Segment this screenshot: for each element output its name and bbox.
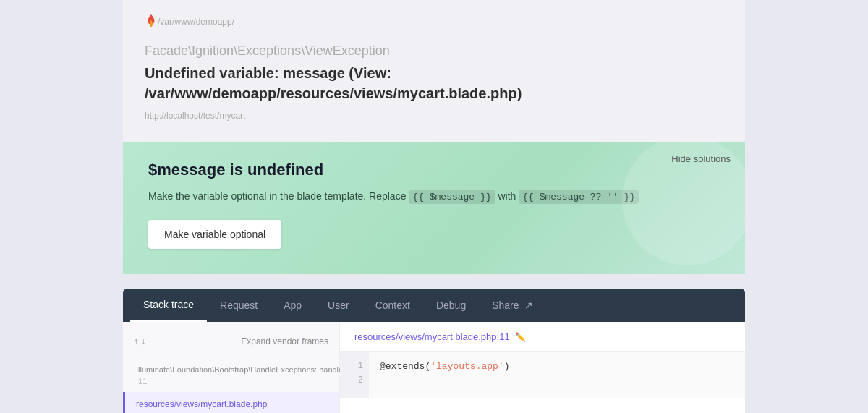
header-file-path: /var/www/demoapp/ xyxy=(158,17,234,27)
code-header: resources/views/mycart.blade.php:11 ✏️ xyxy=(340,322,745,352)
stack-code-panel: resources/views/mycart.blade.php:11 ✏️ 1… xyxy=(340,322,745,413)
code-line-1: @extends('layouts.app') xyxy=(380,359,734,375)
bottom-panel: Stack trace Request App User Context Deb… xyxy=(123,289,745,413)
solution-desc-with: with xyxy=(498,190,519,202)
line-num-1: 1 xyxy=(340,359,369,373)
stack-left-header: ↑ ↓ Expand vendor frames xyxy=(123,333,339,357)
spacer xyxy=(0,274,868,289)
solution-description: Make the variable optional in the blade … xyxy=(148,188,720,205)
nav-arrows: ↑ ↓ xyxy=(134,336,145,346)
line-numbers: 1 2 xyxy=(340,352,369,398)
tab-share[interactable]: Share ↗ xyxy=(479,289,546,321)
error-header-section: /var/www/demoapp/ Facade\Ignition\Except… xyxy=(123,0,745,142)
tab-stack-trace[interactable]: Stack trace xyxy=(130,289,207,322)
tab-user[interactable]: User xyxy=(315,289,362,321)
arrow-down-icon[interactable]: ↓ xyxy=(141,336,145,346)
expand-vendor-button[interactable]: Expand vendor frames xyxy=(241,336,328,346)
share-icon: ↗ xyxy=(524,299,533,311)
stack-frame-active[interactable]: resources/views/mycart.blade.php xyxy=(123,392,339,413)
tab-context[interactable]: Context xyxy=(362,289,423,321)
tab-app[interactable]: App xyxy=(271,289,315,321)
ignition-logo-icon xyxy=(145,14,158,29)
solution-code-after: {{ $message ?? '' }} xyxy=(519,190,639,204)
code-file-ref: resources/views/mycart.blade.php:11 ✏️ xyxy=(354,331,526,342)
solution-code-before: {{ $message }} xyxy=(409,190,495,204)
exception-class: Facade\Ignition\Exceptions\ViewException xyxy=(145,43,723,59)
logo-bar: /var/www/demoapp/ xyxy=(145,14,723,29)
solution-desc-text: Make the variable optional in the blade … xyxy=(148,190,406,202)
frame-class-text: Illuminate\Foundation\Bootstrap\HandleEx… xyxy=(136,365,361,386)
code-lines: @extends('layouts.app') xyxy=(369,352,745,398)
solution-title: $message is undefined xyxy=(148,161,720,179)
stack-frame-item[interactable]: Illuminate\Foundation\Bootstrap\HandleEx… xyxy=(123,357,339,392)
stack-content: ↑ ↓ Expand vendor frames Illuminate\Foun… xyxy=(123,322,745,413)
tab-debug[interactable]: Debug xyxy=(423,289,479,321)
code-line-2 xyxy=(380,375,734,391)
active-frame-file: resources/views/mycart.blade.php xyxy=(136,399,267,409)
code-area: 1 2 @extends('layouts.app') xyxy=(340,352,745,398)
edit-icon: ✏️ xyxy=(515,332,526,342)
hide-solutions-button[interactable]: Hide solutions xyxy=(671,153,731,164)
tab-request[interactable]: Request xyxy=(207,289,271,321)
make-variable-optional-button[interactable]: Make variable optional xyxy=(148,220,281,249)
file-link[interactable]: resources/views/mycart.blade.php:11 xyxy=(354,331,512,342)
stack-frames-panel: ↑ ↓ Expand vendor frames Illuminate\Foun… xyxy=(123,322,340,413)
arrow-up-icon[interactable]: ↑ xyxy=(134,336,138,346)
solution-section: Hide solutions $message is undefined Mak… xyxy=(123,142,745,274)
line-num-2: 2 xyxy=(340,373,369,388)
tab-bar: Stack trace Request App User Context Deb… xyxy=(123,289,745,322)
exception-message: Undefined variable: message (View: /var/… xyxy=(145,63,723,103)
request-url: http://localhost/test/mycart xyxy=(145,111,723,121)
frame-line: :11 xyxy=(136,377,147,386)
